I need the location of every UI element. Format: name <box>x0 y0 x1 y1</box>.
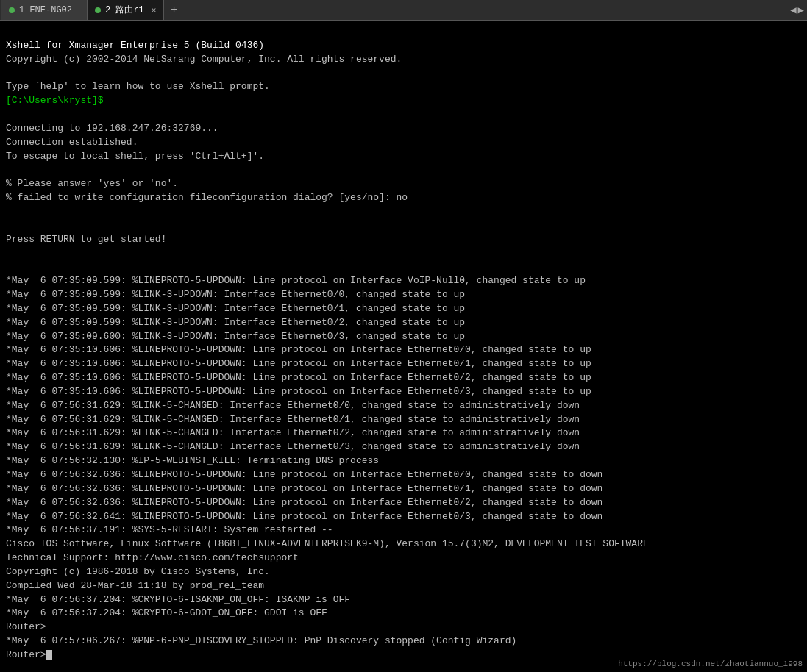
tab-label-1: 1 ENE-NG02 <box>19 5 72 15</box>
cursor <box>46 650 52 660</box>
conn-established: Connection established. <box>6 137 138 148</box>
prompt1: [C:\Users\kryst]$ <box>6 95 104 106</box>
escape-note: To escape to local shell, press 'Ctrl+Al… <box>6 151 264 162</box>
tab-1[interactable]: 1 ENE-NG02 <box>1 0 88 20</box>
tab-2[interactable]: 2 路由r1 ✕ <box>88 0 164 20</box>
tab-bar: 1 ENE-NG02 2 路由r1 ✕ + ◀ ▶ <box>0 0 807 21</box>
terminal-lines: % Please answer 'yes' or 'no'. % failed … <box>6 178 649 660</box>
tab-close-2[interactable]: ✕ <box>152 5 157 15</box>
footer-link: https://blog.csdn.net/zhaotiannuo_1998 <box>614 657 807 672</box>
header-line2: Copyright (c) 2002-2014 NetSarang Comput… <box>6 54 402 65</box>
terminal: Xshell for Xmanager Enterprise 5 (Build … <box>0 21 807 672</box>
connecting: Connecting to 192.168.247.26:32769... <box>6 123 218 134</box>
tab-add-button[interactable]: + <box>164 1 183 20</box>
tab-dot-1 <box>9 7 15 13</box>
tab-dot-2 <box>95 7 101 13</box>
tab-prev-arrow[interactable]: ◀ <box>790 4 796 16</box>
header-line1: Xshell for Xmanager Enterprise 5 (Build … <box>6 40 264 51</box>
help-line: Type `help' to learn how to use Xshell p… <box>6 81 270 92</box>
tab-next-arrow[interactable]: ▶ <box>798 4 804 16</box>
tab-nav-arrows: ◀ ▶ <box>790 4 807 16</box>
tab-label-2: 2 路由r1 <box>105 4 144 16</box>
